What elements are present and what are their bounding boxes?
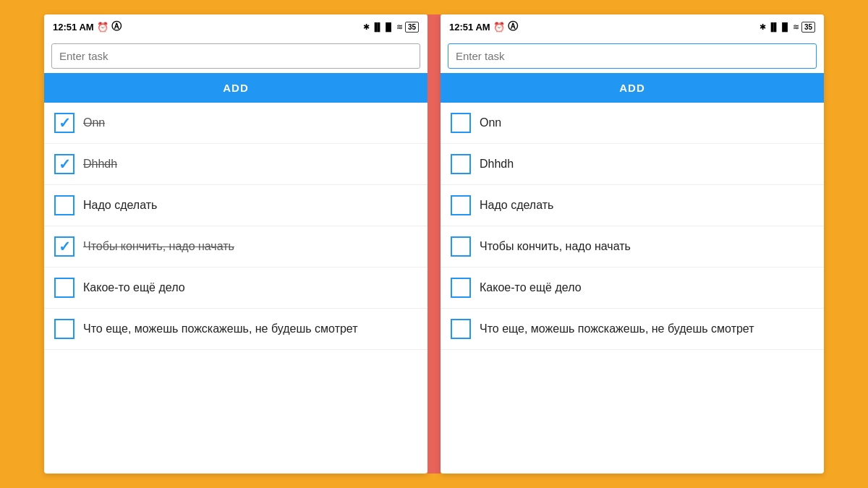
- right-task-label-2: Dhhdh: [480, 158, 514, 171]
- right-checkbox-5[interactable]: [451, 278, 471, 298]
- right-task-label-3: Надо сделать: [480, 199, 553, 212]
- right-task-input[interactable]: [448, 43, 817, 69]
- left-checkbox-1[interactable]: ✓: [54, 113, 75, 133]
- right-task-label-4: Чтобы кончить, надо начать: [480, 240, 631, 253]
- left-task-label-2: Dhhdh: [83, 158, 117, 171]
- left-add-button[interactable]: ADD: [44, 73, 427, 103]
- left-task-item-6: Что еще, можешь пожскажешь, не будешь см…: [44, 309, 427, 350]
- left-checkbox-3[interactable]: [54, 195, 75, 215]
- left-panel: 12:51 AM ⏰ Ⓐ ✱ ▐▌▐▌ ≋ 35 ADD ✓ Onn: [44, 14, 427, 474]
- left-task-label-4: Чтобы кончить, надо начать: [83, 240, 234, 253]
- left-task-label-3: Надо сделать: [83, 199, 157, 212]
- right-nav-icon: Ⓐ: [508, 20, 518, 33]
- left-task-item-2: ✓ Dhhdh: [44, 144, 427, 185]
- left-status-bar: 12:51 AM ⏰ Ⓐ ✱ ▐▌▐▌ ≋ 35: [44, 14, 427, 38]
- right-status-right: ✱ ▐▌▐▌ ≋ 35: [760, 22, 815, 33]
- left-bluetooth-icon: ✱: [363, 22, 370, 32]
- right-time: 12:51 AM: [449, 22, 490, 33]
- right-task-list: Onn Dhhdh Надо сделать Чтобы кончить, на…: [441, 103, 824, 474]
- right-status-left: 12:51 AM ⏰ Ⓐ: [449, 20, 518, 33]
- right-task-item-4: Чтобы кончить, надо начать: [441, 226, 824, 267]
- left-checkbox-2[interactable]: ✓: [54, 154, 75, 174]
- right-alarm-icon: ⏰: [493, 22, 505, 33]
- left-task-item-3: Надо сделать: [44, 185, 427, 226]
- left-status-left: 12:51 AM ⏰ Ⓐ: [53, 20, 122, 33]
- left-checkmark-1: ✓: [59, 116, 71, 130]
- right-add-button[interactable]: ADD: [441, 73, 824, 103]
- right-task-label-1: Onn: [480, 116, 501, 129]
- right-status-bar: 12:51 AM ⏰ Ⓐ ✱ ▐▌▐▌ ≋ 35: [441, 14, 824, 38]
- left-alarm-icon: ⏰: [97, 22, 109, 33]
- right-checkbox-2[interactable]: [451, 154, 471, 174]
- left-task-item-5: Какое-то ещё дело: [44, 267, 427, 309]
- right-task-item-1: Onn: [441, 103, 824, 144]
- left-wifi-icon: ≋: [396, 22, 403, 32]
- left-checkbox-6[interactable]: [54, 319, 75, 339]
- left-time: 12:51 AM: [53, 22, 94, 33]
- left-task-item-4: ✓ Чтобы кончить, надо начать: [44, 226, 427, 267]
- left-nav-icon: Ⓐ: [111, 20, 122, 33]
- right-input-area: [441, 38, 824, 73]
- left-checkmark-2: ✓: [59, 157, 71, 171]
- right-signal-icon: ▐▌▐▌: [768, 22, 791, 31]
- left-task-list: ✓ Onn ✓ Dhhdh Надо сделать ✓ Чтобы кончи…: [44, 103, 427, 474]
- left-checkbox-4[interactable]: ✓: [54, 236, 75, 257]
- right-battery: 35: [801, 22, 815, 33]
- left-input-area: [44, 38, 427, 73]
- left-task-item-1: ✓ Onn: [44, 103, 427, 144]
- right-task-item-6: Что еще, можешь пожскажешь, не будешь см…: [441, 309, 824, 350]
- center-divider: [427, 14, 441, 474]
- right-task-item-5: Какое-то ещё дело: [441, 267, 824, 309]
- right-wifi-icon: ≋: [793, 22, 799, 32]
- right-task-label-5: Какое-то ещё дело: [480, 281, 582, 294]
- left-checkbox-5[interactable]: [54, 278, 75, 298]
- right-checkbox-1[interactable]: [451, 113, 471, 133]
- app-wrapper: 12:51 AM ⏰ Ⓐ ✱ ▐▌▐▌ ≋ 35 ADD ✓ Onn: [0, 0, 868, 488]
- right-panel: 12:51 AM ⏰ Ⓐ ✱ ▐▌▐▌ ≋ 35 ADD Onn: [441, 14, 824, 474]
- left-checkmark-4: ✓: [59, 239, 71, 254]
- right-task-item-2: Dhhdh: [441, 144, 824, 185]
- left-task-input[interactable]: [51, 43, 420, 69]
- left-task-label-5: Какое-то ещё дело: [83, 281, 185, 294]
- right-checkbox-4[interactable]: [451, 236, 471, 257]
- left-battery: 35: [405, 22, 419, 33]
- left-task-label-6: Что еще, можешь пожскажешь, не будешь см…: [83, 322, 358, 335]
- right-bluetooth-icon: ✱: [760, 22, 766, 32]
- right-checkbox-6[interactable]: [451, 319, 471, 339]
- left-task-label-1: Onn: [83, 116, 105, 129]
- right-checkbox-3[interactable]: [451, 195, 471, 215]
- left-status-right: ✱ ▐▌▐▌ ≋ 35: [363, 22, 419, 33]
- right-task-item-3: Надо сделать: [441, 185, 824, 226]
- right-task-label-6: Что еще, можешь пожскажешь, не будешь см…: [480, 322, 754, 335]
- left-signal-icon: ▐▌▐▌: [372, 22, 394, 31]
